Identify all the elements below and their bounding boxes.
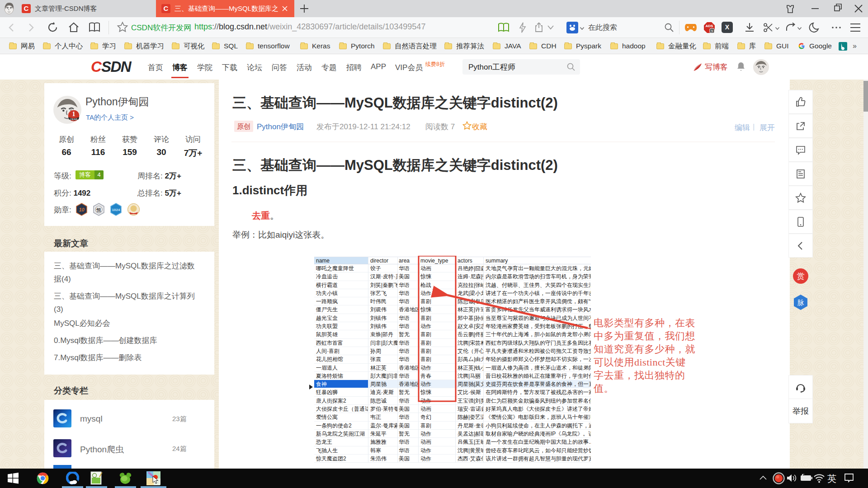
svg-text:10: 10 — [79, 207, 85, 212]
svg-text:5: 5 — [711, 29, 713, 33]
svg-text:SDN: SDN — [101, 59, 132, 75]
svg-text:C: C — [91, 59, 102, 75]
svg-text:1: 1 — [72, 111, 75, 117]
svg-text:脉: 脉 — [797, 299, 804, 306]
svg-text:恒: 恒 — [96, 207, 101, 212]
svg-text:YEAR: YEAR — [70, 118, 78, 121]
svg-text:1024: 1024 — [112, 208, 120, 212]
svg-text:ADS: ADS — [706, 24, 714, 28]
svg-text:赏: 赏 — [797, 272, 805, 281]
